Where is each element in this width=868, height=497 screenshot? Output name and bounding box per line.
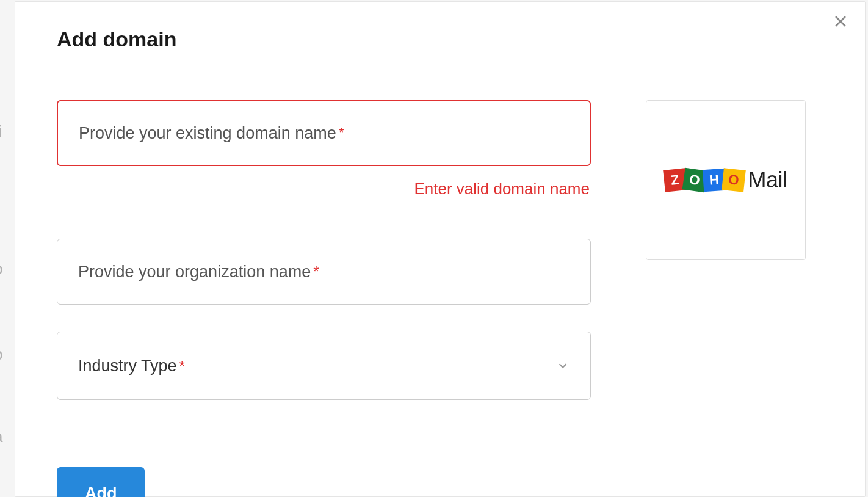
close-button[interactable] — [832, 13, 849, 30]
industry-label: Industry Type — [78, 357, 177, 375]
required-indicator: * — [313, 263, 319, 280]
organization-input-wrap[interactable]: Provide your organization name * — [57, 239, 591, 305]
add-button[interactable]: Add — [57, 467, 145, 497]
modal-content: Add domain Provide your existing domain … — [15, 2, 865, 497]
domain-input-wrap[interactable]: Provide your existing domain name * — [57, 100, 591, 166]
required-indicator: * — [179, 358, 185, 375]
organization-placeholder: Provide your organization name — [78, 263, 311, 281]
industry-field-group: Industry Type * — [57, 332, 591, 400]
zoho-mail-logo: Z O H O Mail — [664, 166, 787, 194]
form-area: Provide your existing domain name * Ente… — [57, 100, 823, 497]
close-icon — [833, 14, 848, 29]
industry-label-wrap: Industry Type * — [78, 357, 185, 375]
domain-field-group: Provide your existing domain name * Ente… — [57, 100, 591, 198]
zoho-tile-o2: O — [722, 168, 747, 192]
zoho-tiles: Z O H O — [664, 166, 745, 194]
organization-field-group: Provide your organization name * — [57, 239, 591, 305]
mail-text: Mail — [748, 167, 787, 193]
zoho-mail-logo-box: Z O H O Mail — [646, 100, 806, 260]
backdrop-text: p — [0, 259, 2, 278]
modal-title: Add domain — [57, 27, 823, 51]
form-left: Provide your existing domain name * Ente… — [57, 100, 591, 497]
form-right: Z O H O Mail — [646, 100, 806, 497]
backdrop-text: ti — [0, 122, 2, 141]
industry-select[interactable]: Industry Type * — [57, 332, 591, 400]
add-domain-modal: Add domain Provide your existing domain … — [15, 1, 866, 497]
backdrop-text: p — [0, 345, 2, 364]
chevron-down-icon — [556, 359, 570, 372]
domain-error-message: Enter valid domain name — [57, 180, 591, 198]
domain-placeholder: Provide your existing domain name — [79, 124, 336, 143]
required-indicator: * — [339, 125, 344, 142]
backdrop-text: a — [0, 427, 2, 446]
